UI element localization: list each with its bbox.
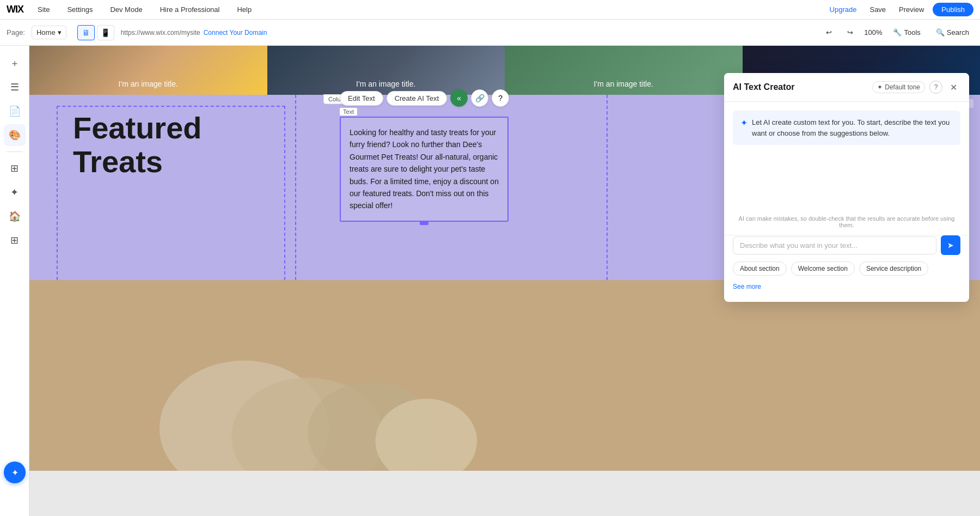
ai-input-row: ➤ xyxy=(724,235,969,262)
ai-close-button[interactable]: ✕ xyxy=(947,81,960,94)
link-icon-button[interactable]: 🔗 xyxy=(471,89,488,107)
publish-button[interactable]: Publish xyxy=(933,3,973,16)
see-more-link[interactable]: See more xyxy=(733,280,761,293)
search-icon: 🔍 xyxy=(936,28,945,37)
link-icon: 🔗 xyxy=(475,94,485,102)
sidebar-media-button[interactable]: 🏠 xyxy=(4,205,26,227)
gallery-title-3: I'm an image title. xyxy=(505,80,743,88)
gallery-title-1: I'm an image title. xyxy=(29,80,267,88)
page-selector[interactable]: Home ▾ xyxy=(32,26,66,39)
sidebar-menu-button[interactable]: ☰ xyxy=(4,76,26,98)
save-button[interactable]: Save xyxy=(865,3,890,16)
sidebar-pages-button[interactable]: 📄 xyxy=(4,100,26,122)
ai-info-text: Let AI create custom text for you. To st… xyxy=(752,117,953,138)
tone-sparkle-icon: ✦ xyxy=(877,83,883,91)
ai-text-input[interactable] xyxy=(733,236,936,254)
text-block[interactable]: Looking for healthy and tasty treats for… xyxy=(340,117,509,222)
featured-title[interactable]: FeaturedTreats xyxy=(73,111,334,178)
ai-info-sparkle-icon: ✦ xyxy=(740,118,748,128)
gallery-item-2[interactable]: I'm an image title. xyxy=(267,46,505,95)
upgrade-button[interactable]: Upgrade xyxy=(825,3,861,16)
redo-button[interactable]: ↪ xyxy=(843,26,857,39)
text-type-label: Text xyxy=(340,108,357,116)
page-label: Page: xyxy=(7,28,25,37)
ai-sparkle-icon: ✦ xyxy=(11,468,19,478)
wix-icon-button[interactable]: « xyxy=(450,89,468,107)
url-display: https://www.wix.com/mysite xyxy=(121,29,200,37)
bottom-section xyxy=(29,280,980,471)
nav-settings[interactable]: Settings xyxy=(64,3,96,16)
sidebar-add-section-button[interactable]: ✦ xyxy=(4,181,26,203)
tools-icon: 🔧 xyxy=(893,28,902,37)
resize-handle[interactable] xyxy=(420,221,428,225)
ai-send-button[interactable]: ➤ xyxy=(941,235,960,255)
ai-text-creator-panel: AI Text Creator ✦ Default tone ? ✕ ✦ Let… xyxy=(724,73,969,302)
ai-panel-body: ✦ Let AI create custom text for you. To … xyxy=(724,102,969,211)
search-button[interactable]: 🔍 Search xyxy=(932,26,973,39)
ai-panel-header: AI Text Creator ✦ Default tone ? ✕ xyxy=(724,73,969,102)
desktop-view-button[interactable]: 🖥 xyxy=(77,25,95,40)
suggestion-service[interactable]: Service description xyxy=(859,262,928,276)
gallery-title-2: I'm an image title. xyxy=(267,80,505,88)
nav-site[interactable]: Site xyxy=(34,3,53,16)
tools-label: Tools xyxy=(904,28,920,37)
mobile-view-button[interactable]: 📱 xyxy=(97,25,114,40)
ai-suggestions: About section Welcome section Service de… xyxy=(724,262,969,302)
search-label: Search xyxy=(947,28,969,37)
ai-panel-title: AI Text Creator xyxy=(733,82,795,92)
gallery-item-3[interactable]: I'm an image title. xyxy=(505,46,743,95)
edit-text-button[interactable]: Edit Text xyxy=(340,91,383,106)
sidebar-layers-button[interactable]: ⊞ xyxy=(4,229,26,251)
undo-button[interactable]: ↩ xyxy=(822,26,836,39)
text-toolbar: Edit Text Create AI Text « 🔗 ? xyxy=(340,89,509,107)
nav-devmode[interactable]: Dev Mode xyxy=(107,3,145,16)
help-icon-button[interactable]: ? xyxy=(492,89,509,107)
chevron-down-icon: ▾ xyxy=(58,28,62,37)
tools-button[interactable]: 🔧 Tools xyxy=(889,26,924,39)
wix-logo: WIX xyxy=(7,4,23,15)
sidebar-apps-button[interactable]: ⊞ xyxy=(4,157,26,179)
ai-panel-actions: ✦ Default tone ? ✕ xyxy=(872,81,960,94)
zoom-level: 100% xyxy=(864,28,882,37)
body-text: Looking for healthy and tasty treats for… xyxy=(350,126,499,212)
top-bar: WIX Site Settings Dev Mode Hire a Profes… xyxy=(0,0,980,20)
suggestion-welcome[interactable]: Welcome section xyxy=(791,262,855,276)
sidebar-design-button[interactable]: 🎨 xyxy=(4,124,26,146)
default-tone-button[interactable]: ✦ Default tone xyxy=(872,81,925,93)
wix-chevron-icon: « xyxy=(457,94,461,102)
send-icon: ➤ xyxy=(947,241,954,250)
sidebar-add-button[interactable]: ＋ xyxy=(4,52,26,74)
create-ai-text-button[interactable]: Create AI Text xyxy=(387,91,447,106)
ai-disclaimer: AI can make mistakes, so double-check th… xyxy=(724,211,969,235)
gallery-item-1[interactable]: I'm an image title. xyxy=(29,46,267,95)
connect-domain-link[interactable]: Connect Your Domain xyxy=(204,29,267,37)
decorative-rocks xyxy=(138,280,519,471)
default-tone-label: Default tone xyxy=(885,83,920,91)
page-name: Home xyxy=(36,28,56,37)
nav-help[interactable]: Help xyxy=(234,3,255,16)
canvas: I'm an image title. I'm an image title. … xyxy=(29,46,980,516)
sidebar-divider-1 xyxy=(7,151,23,152)
second-bar: Page: Home ▾ 🖥 📱 https://www.wix.com/mys… xyxy=(0,20,980,46)
help-icon: ? xyxy=(498,94,503,102)
ai-help-button[interactable]: ? xyxy=(929,81,942,94)
nav-hire[interactable]: Hire a Professional xyxy=(157,3,223,16)
suggestion-about[interactable]: About section xyxy=(733,262,787,276)
preview-button[interactable]: Preview xyxy=(895,3,928,16)
ai-info-box: ✦ Let AI create custom text for you. To … xyxy=(733,111,960,145)
left-sidebar: ＋ ☰ 📄 🎨 ⊞ ✦ 🏠 ⊞ ✦ xyxy=(0,46,29,516)
ai-assistant-button[interactable]: ✦ xyxy=(4,462,26,483)
